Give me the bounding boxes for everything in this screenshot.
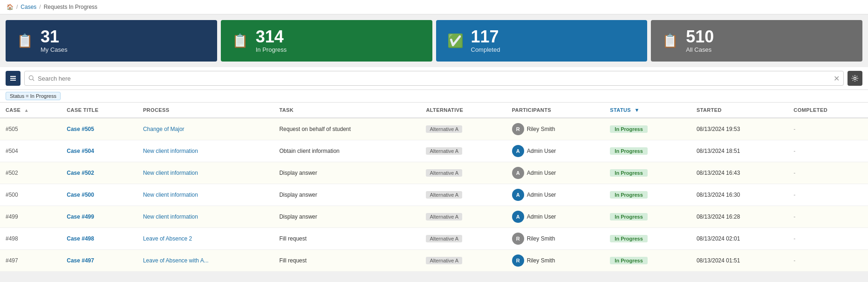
col-started[interactable]: STARTED (691, 103, 788, 118)
filter-tags: Status = In Progress (0, 90, 868, 103)
cell-case-title[interactable]: Case #498 (61, 228, 137, 250)
avatar: A (512, 167, 524, 179)
cell-completed: - (788, 228, 868, 250)
cell-case-title[interactable]: Case #504 (61, 140, 137, 162)
cell-case-num: #502 (0, 162, 61, 184)
stat-card-in-progress[interactable]: 📋 314 In Progress (221, 20, 432, 62)
col-task[interactable]: TASK (273, 103, 420, 118)
col-case[interactable]: CASE ▲ (0, 103, 61, 118)
avatar: R (512, 254, 524, 267)
search-icon (28, 75, 35, 82)
my-cases-label: My Cases (41, 46, 68, 53)
cell-process[interactable]: Leave of Absence 2 (137, 228, 274, 250)
cell-participant: A Admin User (506, 206, 605, 228)
avatar: R (512, 123, 524, 135)
settings-button[interactable] (847, 71, 862, 86)
cell-process[interactable]: New client information (137, 140, 274, 162)
table-container: CASE ▲ CASE TITLE PROCESS TASK ALTERNATI… (0, 103, 868, 272)
col-completed[interactable]: COMPLETED (788, 103, 868, 118)
cell-task: Obtain client information (273, 140, 420, 162)
cell-case-num: #499 (0, 206, 61, 228)
table-header-row: CASE ▲ CASE TITLE PROCESS TASK ALTERNATI… (0, 103, 868, 118)
cell-participant: R Riley Smith (506, 118, 605, 140)
avatar: A (512, 189, 524, 201)
cell-case-title[interactable]: Case #499 (61, 206, 137, 228)
col-status[interactable]: STATUS ▼ (604, 103, 691, 118)
cell-alternative: Alternative A (420, 250, 506, 272)
svg-point-3 (29, 76, 33, 80)
cell-process[interactable]: Leave of Absence with A... (137, 250, 274, 272)
search-clear-button[interactable]: ✕ (834, 74, 840, 83)
all-cases-number: 510 (686, 28, 714, 45)
status-filter-tag[interactable]: Status = In Progress (6, 92, 61, 100)
table-row: #500 Case #500 New client information Di… (0, 184, 868, 206)
cell-status: In Progress (604, 140, 691, 162)
col-participants[interactable]: PARTICIPANTS (506, 103, 605, 118)
stat-card-my-cases[interactable]: 📋 31 My Cases (6, 20, 217, 62)
stat-card-all-cases[interactable]: 📋 510 All Cases (651, 20, 862, 62)
status-badge: In Progress (610, 125, 648, 133)
table-row: #497 Case #497 Leave of Absence with A..… (0, 250, 868, 272)
status-badge: In Progress (610, 213, 648, 220)
cell-alternative: Alternative A (420, 118, 506, 140)
svg-point-5 (854, 77, 856, 80)
cell-process[interactable]: Change of Major (137, 118, 274, 140)
cell-task: Display answer (273, 184, 420, 206)
svg-rect-0 (10, 76, 16, 77)
cell-status: In Progress (604, 118, 691, 140)
list-icon (9, 75, 17, 82)
table-row: #505 Case #505 Change of Major Request o… (0, 118, 868, 140)
cell-status: In Progress (604, 250, 691, 272)
cell-alternative: Alternative A (420, 140, 506, 162)
cell-case-title[interactable]: Case #500 (61, 184, 137, 206)
col-process[interactable]: PROCESS (137, 103, 274, 118)
avatar: R (512, 233, 524, 245)
cell-process[interactable]: New client information (137, 206, 274, 228)
completed-icon: ✅ (447, 33, 464, 48)
all-cases-icon: 📋 (662, 33, 678, 48)
table-row: #502 Case #502 New client information Di… (0, 162, 868, 184)
participant-name: Admin User (527, 192, 556, 198)
toolbar-icon-button[interactable] (6, 71, 21, 86)
home-link[interactable]: 🏠 (7, 4, 14, 10)
cases-link[interactable]: Cases (21, 4, 36, 10)
cell-completed: - (788, 184, 868, 206)
cell-alternative: Alternative A (420, 228, 506, 250)
cell-alternative: Alternative A (420, 184, 506, 206)
table-row: #499 Case #499 New client information Di… (0, 206, 868, 228)
cell-participant: A Admin User (506, 184, 605, 206)
cell-process[interactable]: New client information (137, 184, 274, 206)
cell-case-title[interactable]: Case #497 (61, 250, 137, 272)
in-progress-icon: 📋 (232, 33, 248, 48)
completed-number: 117 (471, 28, 500, 45)
cell-case-num: #498 (0, 228, 61, 250)
breadcrumb-current: Requests In Progress (44, 4, 97, 10)
col-alternative[interactable]: ALTERNATIVE (420, 103, 506, 118)
cell-status: In Progress (604, 184, 691, 206)
cell-process[interactable]: New client information (137, 162, 274, 184)
col-case-title[interactable]: CASE TITLE (61, 103, 137, 118)
cell-task: Fill request (273, 228, 420, 250)
stat-card-completed[interactable]: ✅ 117 Completed (436, 20, 648, 62)
cell-started: 08/13/2024 16:30 (691, 184, 788, 206)
cell-completed: - (788, 206, 868, 228)
svg-line-4 (33, 79, 34, 81)
cell-task: Display answer (273, 206, 420, 228)
cell-task: Display answer (273, 162, 420, 184)
my-cases-number: 31 (41, 28, 68, 45)
participant-name: Admin User (527, 148, 556, 154)
participant-name: Riley Smith (527, 257, 555, 264)
cell-case-title[interactable]: Case #505 (61, 118, 137, 140)
cell-participant: R Riley Smith (506, 250, 605, 272)
search-input[interactable] (38, 75, 834, 82)
search-container: ✕ (24, 71, 844, 86)
cell-case-num: #505 (0, 118, 61, 140)
avatar: A (512, 145, 524, 157)
cell-alternative: Alternative A (420, 206, 506, 228)
cell-completed: - (788, 162, 868, 184)
cell-case-title[interactable]: Case #502 (61, 162, 137, 184)
status-badge: In Progress (610, 191, 648, 199)
cell-completed: - (788, 140, 868, 162)
cases-table: CASE ▲ CASE TITLE PROCESS TASK ALTERNATI… (0, 103, 868, 272)
participant-name: Admin User (527, 170, 556, 176)
